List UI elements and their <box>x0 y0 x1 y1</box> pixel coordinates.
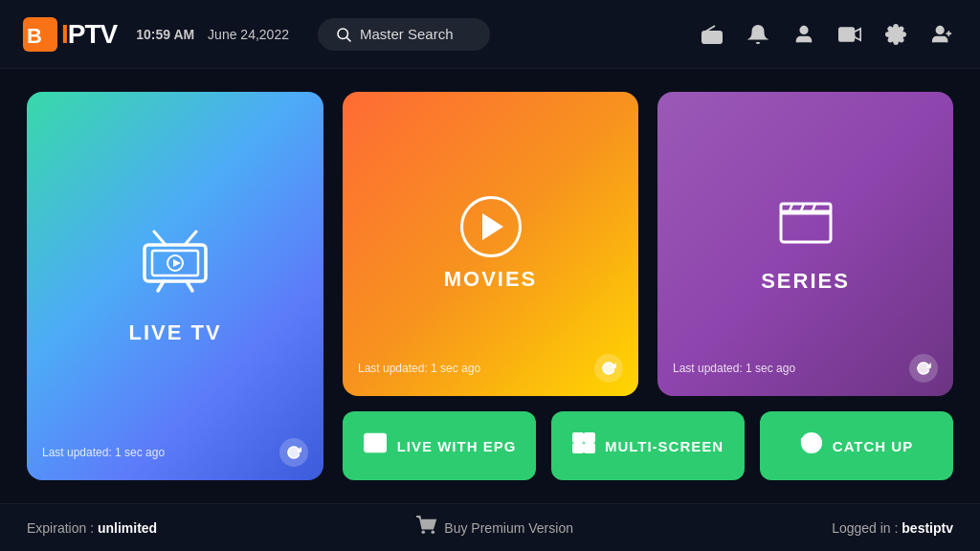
movies-updated: Last updated: 1 sec ago <box>358 354 623 383</box>
user-icon[interactable] <box>789 19 819 50</box>
datetime: 10:59 AM June 24,2022 <box>136 27 289 42</box>
svg-point-33 <box>368 445 371 449</box>
live-epg-label: LIVE WITH EPG <box>397 438 517 454</box>
notification-icon[interactable] <box>743 19 773 50</box>
svg-rect-30 <box>365 434 386 452</box>
logged-in-info: Logged in : bestiptv <box>832 520 953 536</box>
svg-point-9 <box>800 26 807 33</box>
movies-refresh-btn[interactable] <box>594 354 623 383</box>
svg-rect-35 <box>573 433 583 442</box>
clapper-svg <box>777 194 835 248</box>
svg-line-24 <box>185 231 196 245</box>
search-bar[interactable]: Master Search <box>318 18 490 51</box>
footer: Expiration : unlimited Buy Premium Versi… <box>0 503 980 551</box>
cart-icon <box>415 516 436 540</box>
catch-up-label: CATCH UP <box>833 438 913 454</box>
expiration-label: Expiration : <box>27 520 98 536</box>
multi-screen-button[interactable]: MULTI-SCREEN <box>551 411 745 480</box>
expiration-value: unlimited <box>98 520 157 536</box>
series-updated: Last updated: 1 sec ago <box>673 354 938 383</box>
movies-play-circle <box>460 196 522 257</box>
svg-point-31 <box>368 438 371 442</box>
svg-point-14 <box>937 26 944 33</box>
bottom-row: LIVE WITH EPG MULTI-SCREEN <box>343 411 953 480</box>
logo-icon: B <box>23 17 57 52</box>
main-content: LIVE TV Last updated: 1 sec ago MOVIES L… <box>0 69 980 503</box>
settings-icon[interactable] <box>880 19 911 50</box>
svg-point-40 <box>422 530 426 534</box>
svg-point-2 <box>338 29 348 39</box>
svg-rect-25 <box>781 211 831 242</box>
buy-premium-button[interactable]: Buy Premium Version <box>415 516 573 540</box>
current-time: 10:59 AM <box>136 27 194 42</box>
svg-text:REC: REC <box>842 33 855 39</box>
live-epg-button[interactable]: LIVE WITH EPG <box>343 411 536 480</box>
tv-icon <box>137 228 213 295</box>
movies-title: MOVIES <box>444 267 538 292</box>
logo-text: IPTV <box>61 19 117 50</box>
record-icon[interactable]: REC <box>835 19 865 50</box>
movies-play-icon <box>482 213 503 240</box>
series-title: SERIES <box>761 269 850 294</box>
series-refresh-btn[interactable] <box>909 354 938 383</box>
buy-premium-label: Buy Premium Version <box>444 520 573 536</box>
svg-point-41 <box>432 530 435 534</box>
live-tv-card[interactable]: LIVE TV Last updated: 1 sec ago <box>27 92 323 480</box>
expiration-info: Expiration : unlimited <box>27 520 157 536</box>
svg-rect-37 <box>573 444 583 452</box>
svg-marker-20 <box>173 259 181 267</box>
search-icon <box>335 26 352 43</box>
catch-up-icon <box>800 431 823 460</box>
svg-line-3 <box>346 37 350 41</box>
svg-rect-36 <box>585 433 594 442</box>
svg-line-23 <box>154 231 166 245</box>
live-tv-icon <box>137 228 213 309</box>
series-card[interactable]: SERIES Last updated: 1 sec ago <box>657 92 953 396</box>
series-clapper-icon <box>777 194 835 259</box>
logged-in-label: Logged in : <box>832 520 902 536</box>
header: B IPTV 10:59 AM June 24,2022 Master Sear… <box>0 0 980 69</box>
user-add-icon[interactable] <box>926 19 957 50</box>
radio-icon[interactable] <box>697 19 727 50</box>
catch-up-button[interactable]: CATCH UP <box>760 411 953 480</box>
multi-screen-icon <box>572 432 595 459</box>
header-icons: REC <box>697 19 957 50</box>
multi-screen-label: MULTI-SCREEN <box>605 438 724 454</box>
top-cards: MOVIES Last updated: 1 sec ago <box>343 92 953 396</box>
movies-card[interactable]: MOVIES Last updated: 1 sec ago <box>343 92 638 396</box>
right-column: MOVIES Last updated: 1 sec ago <box>343 92 953 480</box>
svg-marker-11 <box>854 29 860 40</box>
svg-point-5 <box>706 35 710 39</box>
logged-in-user: bestiptv <box>902 520 953 536</box>
svg-rect-38 <box>585 444 594 452</box>
live-tv-refresh-btn[interactable] <box>279 438 308 467</box>
search-label: Master Search <box>360 26 454 42</box>
current-date: June 24,2022 <box>208 27 289 42</box>
live-epg-icon <box>363 432 388 459</box>
svg-text:B: B <box>27 24 42 48</box>
live-tv-title: LIVE TV <box>128 320 221 345</box>
live-tv-updated: Last updated: 1 sec ago <box>42 438 308 467</box>
logo[interactable]: B IPTV <box>23 17 117 52</box>
